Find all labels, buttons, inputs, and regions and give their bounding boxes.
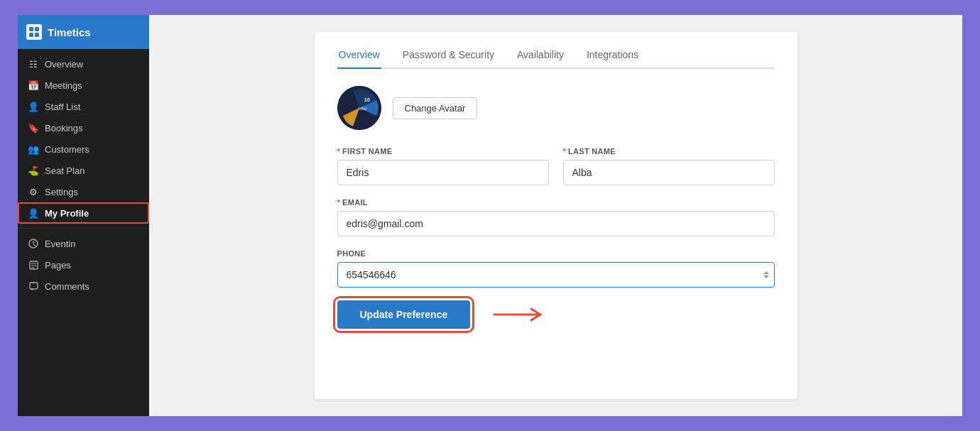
seat-icon: ⛳	[28, 165, 39, 176]
last-name-input[interactable]	[563, 160, 775, 185]
sidebar: Timetics ☷ Overview 📅 Meetings 👤 Staff L…	[18, 15, 149, 416]
change-avatar-button[interactable]: Change Avatar	[393, 97, 478, 119]
tabs-bar: Overview Password & Security Availabilit…	[337, 49, 775, 69]
sidebar-item-comments-label: Comments	[45, 281, 89, 292]
sidebar-item-staff-list[interactable]: 👤 Staff List	[18, 96, 149, 117]
phone-input[interactable]	[337, 262, 775, 288]
sidebar-item-comments[interactable]: Comments	[18, 275, 149, 297]
update-btn-row: Update Preference	[337, 300, 775, 329]
svg-rect-0	[29, 27, 33, 31]
phone-spinner[interactable]	[763, 271, 769, 278]
svg-rect-1	[35, 27, 39, 31]
sidebar-nav: ☷ Overview 📅 Meetings 👤 Staff List 🔖 Boo…	[18, 49, 149, 416]
eventin-icon	[28, 238, 39, 249]
sidebar-item-meetings-label: Meetings	[45, 80, 82, 91]
sidebar-item-seat-plan[interactable]: ⛳ Seat Plan	[18, 160, 149, 181]
sidebar-item-my-profile[interactable]: 👤 My Profile	[18, 202, 149, 224]
sidebar-item-customers[interactable]: 👥 Customers	[18, 138, 149, 160]
phone-label: PHONE	[337, 249, 775, 258]
app-frame: Timetics ☷ Overview 📅 Meetings 👤 Staff L…	[14, 11, 966, 420]
users-icon: 👤	[28, 101, 39, 112]
profile-card: Overview Password & Security Availabilit…	[315, 32, 797, 399]
svg-rect-2	[29, 33, 33, 37]
email-label: *EMAIL	[337, 198, 775, 207]
first-name-input[interactable]	[337, 160, 549, 185]
svg-text:10: 10	[364, 97, 370, 102]
sidebar-header: Timetics	[18, 15, 149, 49]
name-row: *FIRST NAME *LAST NAME	[337, 147, 775, 185]
bookmark-icon: 🔖	[28, 122, 39, 133]
phone-wrapper	[337, 262, 775, 288]
avatar-row: 10 MINU Change Avatar	[337, 86, 775, 130]
first-name-label: *FIRST NAME	[337, 147, 549, 156]
sidebar-item-overview[interactable]: ☷ Overview	[18, 53, 149, 75]
tab-availability[interactable]: Availability	[516, 49, 565, 69]
pages-icon	[28, 259, 39, 271]
profile-icon: 👤	[28, 207, 39, 219]
update-preference-button[interactable]: Update Preference	[337, 300, 471, 329]
sidebar-item-settings[interactable]: ⚙ Settings	[18, 181, 149, 202]
sidebar-item-eventin[interactable]: Eventin	[18, 233, 149, 254]
avatar: 10 MINU	[337, 86, 381, 130]
sidebar-item-settings-label: Settings	[45, 187, 78, 197]
app-title: Timetics	[48, 26, 91, 38]
sidebar-item-pages[interactable]: Pages	[18, 254, 149, 275]
svg-rect-3	[35, 33, 39, 37]
sidebar-item-staff-label: Staff List	[45, 102, 80, 112]
sidebar-item-pages-label: Pages	[45, 260, 71, 271]
spinner-down-icon[interactable]	[763, 275, 769, 278]
sidebar-item-seat-label: Seat Plan	[45, 165, 85, 176]
sidebar-item-customers-label: Customers	[45, 144, 89, 155]
tab-overview[interactable]: Overview	[337, 49, 381, 69]
app-logo-icon	[26, 24, 42, 40]
tab-password-security[interactable]: Password & Security	[401, 49, 496, 69]
last-name-group: *LAST NAME	[563, 147, 775, 185]
phone-row: PHONE	[337, 249, 775, 288]
sidebar-item-eventin-label: Eventin	[45, 239, 75, 249]
sidebar-divider	[18, 228, 149, 229]
settings-icon: ⚙	[28, 186, 39, 197]
sidebar-item-bookings-label: Bookings	[45, 123, 82, 133]
email-row: *EMAIL	[337, 198, 775, 236]
arrow-icon	[487, 302, 544, 327]
arrow-annotation	[487, 302, 544, 327]
sidebar-item-bookings[interactable]: 🔖 Bookings	[18, 117, 149, 138]
sidebar-item-meetings[interactable]: 📅 Meetings	[18, 75, 149, 96]
last-name-label: *LAST NAME	[563, 147, 775, 156]
svg-text:MINU: MINU	[359, 107, 367, 111]
phone-group: PHONE	[337, 249, 775, 288]
svg-rect-9	[30, 283, 38, 289]
spinner-up-icon[interactable]	[763, 271, 769, 274]
first-name-group: *FIRST NAME	[337, 147, 549, 185]
calendar-icon: 📅	[28, 80, 39, 91]
comments-icon	[28, 280, 39, 292]
content-area: Overview Password & Security Availabilit…	[149, 15, 962, 416]
email-group: *EMAIL	[337, 198, 775, 236]
sidebar-item-overview-label: Overview	[45, 59, 83, 70]
person-icon: 👥	[28, 143, 39, 155]
grid-icon: ☷	[28, 58, 39, 70]
sidebar-item-profile-label: My Profile	[45, 208, 89, 219]
email-input[interactable]	[337, 211, 775, 236]
tab-integrations[interactable]: Integrations	[585, 49, 640, 69]
main-content: Overview Password & Security Availabilit…	[149, 15, 962, 416]
